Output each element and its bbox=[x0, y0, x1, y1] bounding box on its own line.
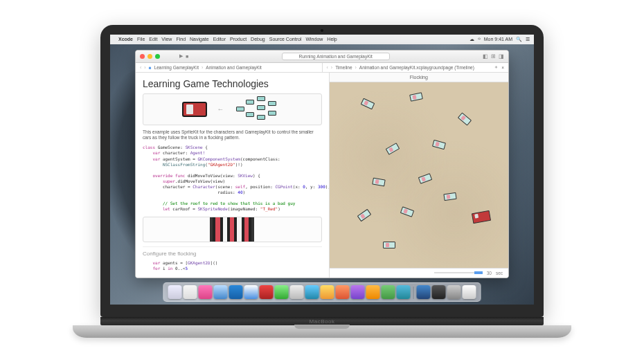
dock-app-icon[interactable] bbox=[432, 285, 446, 299]
minimize-button[interactable] bbox=[147, 54, 152, 59]
traffic-lights bbox=[140, 54, 160, 59]
dock-app-icon[interactable] bbox=[321, 285, 334, 299]
editor-content: Learning Game Technologies ← bbox=[136, 73, 508, 278]
truck-icon bbox=[182, 102, 207, 117]
flock-car bbox=[357, 209, 371, 222]
jumpbar-segment[interactable]: Animation and GameplayKit bbox=[206, 65, 262, 70]
menubar-item[interactable]: View bbox=[161, 37, 172, 42]
code-block-2[interactable]: var agents = [GKAgent2D]() for i in 0..<… bbox=[143, 260, 322, 271]
timeline-slider[interactable] bbox=[434, 272, 483, 273]
dock-app-icon[interactable] bbox=[244, 285, 258, 299]
search-icon[interactable]: 🔍 bbox=[516, 37, 522, 42]
dock-app-icon[interactable] bbox=[366, 285, 380, 299]
dock-app-icon[interactable] bbox=[199, 285, 213, 299]
timeline-footer: 30 sec bbox=[330, 268, 509, 278]
menubar-item[interactable]: Window bbox=[305, 37, 323, 42]
jumpbar-segment[interactable]: Animation and GameplayKit.xcplaygroundpa… bbox=[359, 65, 474, 70]
menubar-app-name[interactable]: Xcode bbox=[118, 37, 133, 42]
jumpbar-segment[interactable]: Learning GameplayKit bbox=[154, 65, 199, 70]
dock-app-icon[interactable] bbox=[184, 285, 197, 299]
cloud-icon[interactable]: ☁ bbox=[469, 37, 474, 42]
section-heading: Configure the flocking bbox=[143, 246, 322, 257]
truck-roof-sprite bbox=[210, 217, 254, 243]
run-icon[interactable]: ▶ bbox=[179, 53, 183, 59]
activity-status: Running Animation and GameplayKit bbox=[282, 53, 390, 60]
dock-app-icon[interactable] bbox=[260, 285, 274, 299]
dock-app-icon[interactable] bbox=[336, 285, 350, 299]
menu-icon[interactable]: ☰ bbox=[526, 37, 530, 42]
toolbar-icon[interactable]: ⊞ bbox=[491, 53, 496, 60]
display: Xcode File Edit View Find Navigate Edito… bbox=[110, 35, 534, 305]
menubar-item[interactable]: Help bbox=[327, 37, 337, 42]
menubar-status: ☁ ⌔ Mon 9:41 AM 🔍 ☰ bbox=[469, 37, 530, 42]
simulation-canvas[interactable] bbox=[330, 82, 509, 268]
flock-car bbox=[372, 177, 385, 186]
close-button[interactable] bbox=[140, 54, 145, 59]
xcode-window: ▶ ■ Running Animation and GameplayKit ◧ … bbox=[135, 50, 509, 278]
jumpbar-segment[interactable]: Timeline bbox=[335, 65, 352, 70]
timeline-pane: Flocking 30 sec bbox=[330, 73, 509, 278]
dock-app-icon[interactable] bbox=[397, 285, 411, 299]
macos-menubar: Xcode File Edit View Find Navigate Edito… bbox=[110, 35, 534, 44]
menubar-item[interactable]: File bbox=[137, 37, 145, 42]
dock-app-icon[interactable] bbox=[305, 285, 319, 299]
close-icon[interactable]: × bbox=[501, 65, 504, 70]
menubar-item[interactable]: Editor bbox=[213, 37, 226, 42]
window-titlebar: ▶ ■ Running Animation and GameplayKit ◧ … bbox=[136, 51, 508, 63]
dock-app-icon[interactable] bbox=[382, 285, 395, 299]
timeline-unit: sec bbox=[496, 271, 503, 275]
wifi-icon[interactable]: ⌔ bbox=[478, 37, 481, 42]
back-icon[interactable]: ‹ bbox=[140, 65, 141, 70]
flock-car bbox=[400, 206, 414, 217]
menubar-item[interactable]: Source Control bbox=[269, 37, 302, 42]
menubar-item[interactable]: Navigate bbox=[190, 37, 209, 42]
screen-bezel: Xcode File Edit View Find Navigate Edito… bbox=[100, 25, 544, 317]
dock-app-icon[interactable] bbox=[214, 285, 228, 299]
dock-app-icon[interactable] bbox=[463, 285, 476, 299]
flock-car bbox=[443, 192, 456, 201]
flock-car bbox=[383, 242, 395, 248]
code-block-1[interactable]: class GameScene: SKScene { var character… bbox=[143, 145, 322, 212]
dock-app-icon[interactable] bbox=[275, 285, 289, 299]
flock-car bbox=[386, 143, 400, 155]
timeline-value: 30 bbox=[487, 271, 492, 275]
zoom-button[interactable] bbox=[155, 54, 160, 59]
stop-icon[interactable]: ■ bbox=[186, 54, 188, 59]
jump-bar: ‹ › ■ Learning GameplayKit › Animation a… bbox=[136, 63, 508, 73]
menubar-item[interactable]: Debug bbox=[251, 37, 265, 42]
dock-app-icon[interactable] bbox=[351, 285, 365, 299]
sprite-preview bbox=[143, 217, 322, 243]
menubar-item[interactable]: Product bbox=[230, 37, 247, 42]
laptop-hinge: MacBook bbox=[100, 317, 544, 325]
clock[interactable]: Mon 9:41 AM bbox=[484, 37, 512, 42]
camera-dot bbox=[321, 29, 323, 32]
dock-app-icon[interactable] bbox=[417, 285, 431, 299]
flock-car bbox=[361, 98, 375, 110]
menubar-item[interactable]: Find bbox=[176, 37, 186, 42]
laptop-brand: MacBook bbox=[310, 318, 335, 325]
flock-car bbox=[409, 92, 423, 102]
macos-dock bbox=[163, 282, 481, 302]
flock-car bbox=[458, 112, 472, 125]
macbook-frame: Xcode File Edit View Find Navigate Edito… bbox=[100, 25, 544, 338]
back-icon[interactable]: ‹ bbox=[327, 65, 328, 70]
sim-title: Flocking bbox=[330, 73, 509, 82]
toolbar-icon[interactable]: ◨ bbox=[499, 53, 504, 60]
flock-car bbox=[418, 173, 432, 184]
toolbar-icon[interactable]: ◧ bbox=[483, 53, 488, 60]
laptop-base bbox=[73, 325, 571, 338]
add-icon[interactable]: ＋ bbox=[494, 64, 499, 71]
editor-pane-left[interactable]: Learning Game Technologies ← bbox=[136, 73, 330, 278]
doc-description: This example uses SpriteKit for the char… bbox=[143, 129, 322, 141]
forward-icon[interactable]: › bbox=[144, 65, 145, 70]
dock-app-icon[interactable] bbox=[447, 285, 461, 299]
forward-icon[interactable]: › bbox=[331, 65, 332, 70]
dock-app-icon[interactable] bbox=[290, 285, 304, 299]
laptop-notch bbox=[294, 325, 350, 329]
dock-app-icon[interactable] bbox=[168, 285, 182, 299]
car-cluster bbox=[233, 94, 282, 125]
flock-car bbox=[432, 140, 446, 150]
menubar-item[interactable]: Edit bbox=[149, 37, 157, 42]
player-truck bbox=[472, 210, 491, 224]
dock-app-icon[interactable] bbox=[229, 285, 243, 299]
